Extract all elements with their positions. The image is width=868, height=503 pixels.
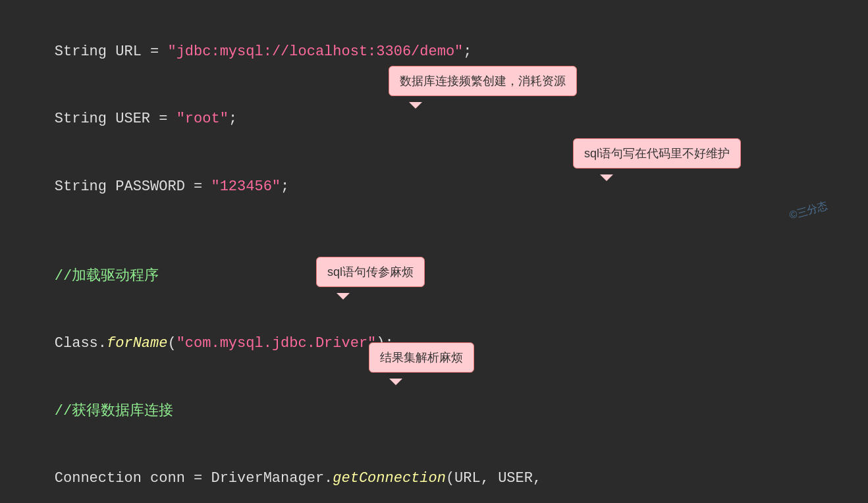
code-line-8: Connection conn = DriverManager.getConne… <box>20 445 848 503</box>
code-line-4 <box>20 221 848 243</box>
callout-2: sql语句写在代码里不好维护 <box>573 138 741 169</box>
callout-2-text: sql语句写在代码里不好维护 <box>584 147 730 160</box>
code-line-7: //获得数据库连接 <box>20 378 848 445</box>
code-line-5: //加载驱动程序 <box>20 243 848 310</box>
callout-3: sql语句传参麻烦 <box>316 257 425 287</box>
callout-4-text: 结果集解析麻烦 <box>380 351 463 364</box>
callout-1: 数据库连接频繁创建，消耗资源 <box>389 66 577 96</box>
callout-3-text: sql语句传参麻烦 <box>327 265 414 278</box>
callout-4: 结果集解析麻烦 <box>369 342 474 373</box>
callout-1-text: 数据库连接频繁创建，消耗资源 <box>400 74 566 88</box>
